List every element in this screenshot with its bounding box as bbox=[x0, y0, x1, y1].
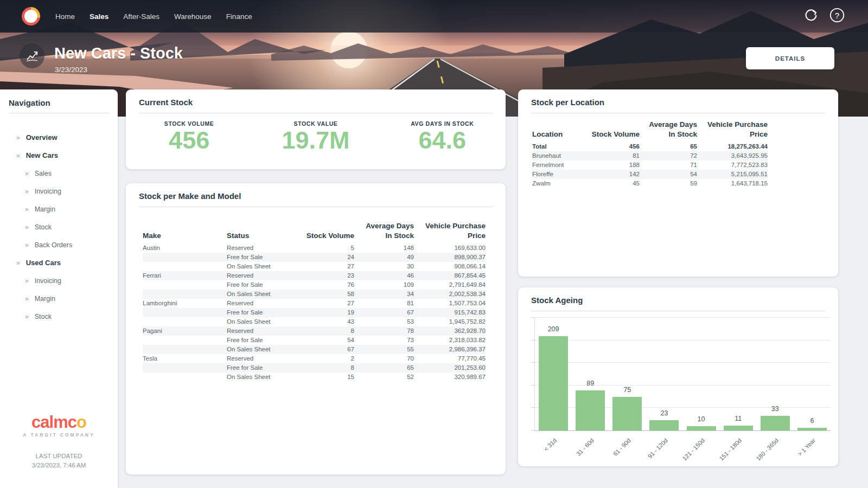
table-row[interactable]: Free for Sale1967915,742.83 bbox=[143, 308, 486, 317]
table-cell: 78 bbox=[354, 326, 414, 336]
table-cell: 70 bbox=[354, 354, 414, 363]
table-cell: 59 bbox=[640, 179, 697, 188]
table-row[interactable]: On Sales Sheet58342,002,538.34 bbox=[143, 290, 486, 299]
topnav-item-sales[interactable]: Sales bbox=[90, 12, 108, 21]
table-cell: 52 bbox=[354, 373, 414, 382]
topnav-item-warehouse[interactable]: Warehouse bbox=[174, 12, 212, 21]
kpi-avg-days-in-stock: AVG DAYS IN STOCK64.6 bbox=[379, 120, 506, 153]
bar-1-year[interactable] bbox=[797, 428, 827, 431]
divider bbox=[531, 113, 825, 113]
chevron-right-icon: » bbox=[25, 223, 29, 231]
table-row[interactable]: Zwalm45591,643,718.15 bbox=[532, 179, 768, 188]
table-row[interactable]: PaganiReserved878362,928.70 bbox=[143, 326, 486, 336]
sidebar-item-margin[interactable]: »Margin bbox=[0, 290, 118, 307]
make-model-table: MakeStatusStock VolumeAverage Days In St… bbox=[143, 221, 486, 382]
table-row[interactable]: FerrariReserved2346867,854.45 bbox=[143, 271, 486, 280]
page-header: New Cars - Stock 3/23/2023 DETAILS bbox=[0, 33, 868, 92]
table-cell: 1,945,752.82 bbox=[414, 317, 486, 326]
kpi-value: 456 bbox=[126, 127, 252, 153]
sidebar-item-margin[interactable]: »Margin bbox=[0, 200, 118, 218]
table-cell: 908,066.14 bbox=[414, 262, 486, 271]
table-row[interactable]: Free for Sale865201,253.60 bbox=[143, 363, 486, 373]
chevron-right-icon: » bbox=[25, 277, 29, 285]
kpi-stock-value: STOCK VALUE19.7M bbox=[252, 120, 379, 153]
bar-61-90d[interactable] bbox=[612, 397, 642, 431]
table-row[interactable]: Total4566518,275,263.44 bbox=[532, 142, 768, 151]
sidebar-item-invoicing[interactable]: »Invoicing bbox=[0, 182, 118, 200]
table-cell: Free for Sale bbox=[227, 253, 278, 262]
brand-logo-icon bbox=[22, 7, 40, 25]
table-row[interactable]: AustinReserved5148169,633.00 bbox=[143, 243, 486, 253]
column-header: Vehicle Purchase Price bbox=[414, 221, 486, 243]
table-cell: 77,770.45 bbox=[414, 354, 486, 363]
details-button[interactable]: DETAILS bbox=[746, 47, 834, 69]
sidebar-item-new-cars[interactable]: »New Cars bbox=[0, 146, 118, 164]
sidebar-nav-list: »Overview»New Cars»Sales»Invoicing»Margi… bbox=[0, 129, 118, 325]
table-cell: On Sales Sheet bbox=[227, 345, 278, 354]
sidebar-item-used-cars[interactable]: »Used Cars bbox=[0, 254, 118, 272]
refresh-icon[interactable] bbox=[803, 7, 819, 23]
stock-ageing-chart: 209< 31d8931 - 60d7561 - 90d2391 - 120d1… bbox=[534, 318, 831, 431]
bar-31-60d[interactable] bbox=[576, 390, 605, 431]
table-cell: 8 bbox=[278, 363, 354, 373]
table-cell: On Sales Sheet bbox=[227, 290, 278, 299]
sidebar-item-label: Back Orders bbox=[35, 241, 72, 249]
sidebar-item-label: Sales bbox=[35, 170, 52, 177]
table-cell: 320,989.67 bbox=[414, 373, 486, 382]
bar-31d[interactable] bbox=[539, 336, 568, 431]
table-cell: 27 bbox=[278, 262, 354, 271]
table-cell bbox=[143, 317, 227, 326]
table-cell: 43 bbox=[278, 317, 354, 326]
stock-ageing-card: Stock Ageing 209< 31d8931 - 60d7561 - 90… bbox=[518, 287, 838, 466]
table-cell: 169,633.00 bbox=[414, 243, 486, 253]
bar-151-180d[interactable] bbox=[724, 426, 753, 431]
company-logo: calmco A TARGIT COMPANY bbox=[0, 414, 118, 438]
bar-91-120d[interactable] bbox=[649, 420, 679, 431]
table-row[interactable]: On Sales Sheet2730908,066.14 bbox=[143, 262, 486, 271]
axis-tick bbox=[531, 430, 535, 431]
table-cell: 55 bbox=[354, 345, 414, 354]
sidebar-item-back-orders[interactable]: »Back Orders bbox=[0, 236, 118, 254]
table-row[interactable]: Floreffe142545,215,095.51 bbox=[532, 170, 768, 179]
table-cell: 2,791,649.84 bbox=[414, 280, 486, 290]
sidebar-item-stock[interactable]: »Stock bbox=[0, 307, 118, 325]
table-row[interactable]: TeslaReserved27077,770.45 bbox=[143, 354, 486, 363]
table-cell: Reserved bbox=[227, 326, 278, 336]
table-cell bbox=[143, 290, 227, 299]
table-row[interactable]: On Sales Sheet43531,945,752.82 bbox=[143, 317, 486, 326]
sidebar-item-stock[interactable]: »Stock bbox=[0, 218, 118, 236]
table-row[interactable]: On Sales Sheet1552320,989.67 bbox=[143, 373, 486, 382]
sidebar-item-label: Invoicing bbox=[35, 277, 61, 285]
bar-180-365d[interactable] bbox=[761, 416, 790, 431]
bar-slot-31d: 209< 31d bbox=[535, 318, 572, 431]
table-row[interactable]: Fernelmont188717,772,523.83 bbox=[532, 160, 768, 170]
table-cell: 45 bbox=[589, 179, 640, 188]
table-row[interactable]: Free for Sale54732,318,033.82 bbox=[143, 336, 486, 345]
chevron-right-icon: » bbox=[16, 259, 20, 267]
bar-121-150d[interactable] bbox=[687, 426, 716, 431]
bar-slot-151-180d: 11151 - 180d bbox=[720, 318, 757, 431]
axis-tick bbox=[531, 340, 535, 341]
table-row[interactable]: Free for Sale761092,791,649.84 bbox=[143, 280, 486, 290]
topnav-item-home[interactable]: Home bbox=[55, 12, 75, 21]
topbar: HomeSalesAfter-SalesWarehouseFinance ? bbox=[0, 0, 868, 33]
chevron-right-icon: » bbox=[25, 170, 29, 177]
sidebar-item-sales[interactable]: »Sales bbox=[0, 164, 118, 182]
current-stock-card: Current Stock STOCK VOLUME456STOCK VALUE… bbox=[126, 89, 506, 169]
column-header: Average Days In Stock bbox=[640, 120, 697, 142]
topnav-item-after-sales[interactable]: After-Sales bbox=[123, 12, 159, 21]
table-cell bbox=[143, 373, 227, 382]
table-row[interactable]: Free for Sale2449898,900.37 bbox=[143, 253, 486, 262]
table-cell: 898,900.37 bbox=[414, 253, 486, 262]
table-cell: Fernelmont bbox=[532, 160, 589, 170]
table-row[interactable]: LamborghiniReserved27811,507,753.04 bbox=[143, 299, 486, 308]
table-row[interactable]: On Sales Sheet67552,986,396.37 bbox=[143, 345, 486, 354]
table-cell: Free for Sale bbox=[227, 280, 278, 290]
topnav-item-finance[interactable]: Finance bbox=[226, 12, 252, 21]
table-row[interactable]: Brunehaut81723,643,925.95 bbox=[532, 151, 768, 160]
sidebar-item-overview[interactable]: »Overview bbox=[0, 129, 118, 146]
table-cell: Pagani bbox=[143, 326, 227, 336]
help-icon[interactable]: ? bbox=[829, 7, 845, 23]
sidebar-item-invoicing[interactable]: »Invoicing bbox=[0, 272, 118, 290]
kpi-value: 19.7M bbox=[252, 127, 379, 153]
